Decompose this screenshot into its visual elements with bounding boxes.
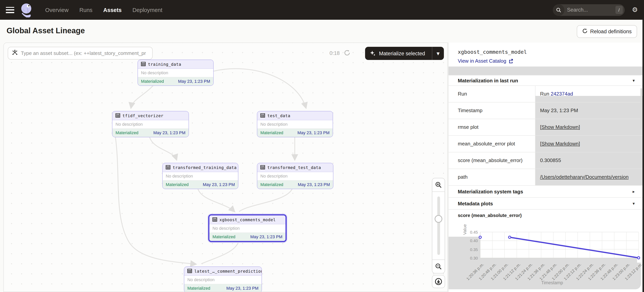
asset-detail-panel: xgboost_comments_model View in Asset Cat…: [448, 43, 642, 292]
asset-node-status: Materialized: [212, 234, 236, 239]
materialize-selected-button[interactable]: Materialize selected ▼: [365, 47, 444, 60]
table-icon: [260, 113, 265, 118]
asset-node-timestamp: May 23, 1:23 PM: [153, 130, 186, 135]
metadata-value-link[interactable]: /Users/odetteharary/Documents/version: [540, 174, 628, 180]
reload-definitions-button[interactable]: Reload definitions: [576, 25, 637, 38]
selection-highlight: [536, 96, 642, 102]
asset-node-name: xgboost_comments_model: [220, 217, 276, 222]
external-link-icon: [508, 58, 513, 63]
zoom-slider-handle[interactable]: [434, 215, 442, 223]
asset-subset-placeholder: Type an asset subset... (ex: ++latest_st…: [21, 50, 146, 56]
nav-tabs: OverviewRunsAssetsDeployment: [45, 7, 162, 13]
metadata-row-timestamp: TimestampMay 23, 1:23 PM: [448, 102, 642, 119]
asset-node-tfidf_vectorizer[interactable]: tfidf_vectorizerNo descriptionMaterializ…: [112, 111, 189, 137]
asset-node-transformed_test_data[interactable]: transformed_test_dataNo descriptionMater…: [257, 163, 334, 189]
asset-node-transformed_training_data[interactable]: transformed_training_dataNo descriptionM…: [162, 163, 238, 189]
asset-node-timestamp: May 23, 1:23 PM: [250, 234, 282, 239]
materialize-dropdown-caret[interactable]: ▼: [432, 51, 444, 56]
metadata-value: Run 242374ad: [536, 86, 642, 102]
section-materialization-last-run[interactable]: Materialization in last run ▾: [448, 75, 642, 86]
asset-node-name: transformed_training_data: [173, 165, 236, 170]
asset-node-name: training_data: [148, 62, 181, 67]
nav-tab-runs[interactable]: Runs: [80, 7, 92, 13]
zoom-slider[interactable]: [432, 191, 445, 260]
table-icon: [166, 165, 170, 170]
nav-tab-assets[interactable]: Assets: [103, 7, 122, 13]
asset-node-name: test_data: [267, 113, 290, 118]
asset-node-description: No description: [112, 120, 188, 129]
dagster-app: OverviewRunsAssetsDeployment Search... /…: [0, 0, 644, 292]
asset-subset-input[interactable]: Type an asset subset... (ex: ++latest_st…: [8, 47, 152, 60]
main-content: training_dataNo descriptionMaterializedM…: [0, 43, 644, 292]
y-tick-label: 0.40: [465, 238, 478, 243]
graph-refresh-icon[interactable]: [344, 50, 350, 58]
asset-node-description: No description: [138, 69, 213, 77]
nav-tab-deployment[interactable]: Deployment: [132, 7, 162, 13]
search-icon: [553, 4, 564, 16]
metadata-row-rmse-plot: rmse plot[Show Markdown]: [448, 119, 642, 135]
metadata-value-link[interactable]: [Show Markdown]: [540, 124, 580, 130]
graph-zoom-controls: [432, 178, 445, 273]
sparkle-icon: [370, 50, 376, 57]
page-title: Global Asset Lineage: [6, 26, 85, 35]
metadata-value-link[interactable]: [Show Markdown]: [540, 141, 580, 147]
section-metadata-plots[interactable]: Metadata plots ▾: [448, 197, 642, 209]
hamburger-menu-icon[interactable]: [6, 7, 14, 13]
asset-node-description: No description: [257, 172, 333, 181]
asset-node-status: Materialized: [141, 79, 164, 84]
metadata-key: Timestamp: [448, 103, 536, 119]
divider: [448, 209, 642, 210]
view-in-asset-catalog-link[interactable]: View in Asset Catalog: [458, 58, 513, 64]
metadata-row-mean-absolute-error-plot: mean_absolute_error plot[Show Markdown]: [448, 135, 642, 152]
asset-node-timestamp: May 23, 1:23 PM: [298, 130, 330, 135]
asset-node-xgboost_comments_model[interactable]: xgboost_comments_modelNo descriptionMate…: [208, 214, 287, 242]
asset-node-status: Materialized: [260, 130, 283, 135]
metadata-row-score-mean-absolute-error-: score (mean_absolute_error)0.300855: [448, 152, 642, 169]
zoom-slider-track[interactable]: [437, 196, 440, 255]
metadata-key: score (mean_absolute_error): [448, 152, 536, 169]
asset-node-training_data[interactable]: training_dataNo descriptionMaterializedM…: [138, 60, 214, 86]
asset-node-test_data[interactable]: test_dataNo descriptionMaterializedMay 2…: [257, 111, 333, 137]
settings-gear-icon[interactable]: ⚙: [632, 7, 638, 13]
asset-node-name: tfidf_vectorizer: [122, 113, 164, 118]
metadata-key: path: [448, 169, 536, 185]
nav-tab-overview[interactable]: Overview: [45, 7, 68, 13]
global-search[interactable]: Search... /: [553, 4, 625, 16]
asset-node-status: Materialized: [166, 182, 189, 187]
metadata-value: May 23, 1:23 PM: [536, 103, 642, 119]
lineage-graph-pane: training_dataNo descriptionMaterializedM…: [4, 43, 448, 292]
top-navbar: OverviewRunsAssetsDeployment Search... /…: [0, 0, 644, 20]
materialize-selected-label: Materialize selected: [379, 51, 425, 56]
asset-node-timestamp: May 23, 1:23 PM: [203, 182, 235, 187]
asset-node-status: Materialized: [116, 130, 138, 135]
reload-icon: [582, 28, 588, 35]
zoom-out-button[interactable]: [432, 260, 445, 273]
section-label: Materialization system tags: [458, 189, 523, 194]
asset-node-latest_comment_predictions[interactable]: latest_…_comment_predictionsNo descripti…: [184, 266, 262, 292]
table-icon: [116, 113, 120, 118]
panel-scrollbar-thumb[interactable]: [640, 88, 642, 129]
asset-node-timestamp: May 23, 1:23 PM: [226, 286, 258, 291]
asset-node-timestamp: May 23, 1:23 PM: [298, 182, 330, 187]
metadata-row-path: path/Users/odetteharary/Documents/versio…: [448, 169, 642, 185]
metadata-table: RunRun 242374adTimestampMay 23, 1:23 PMr…: [448, 86, 642, 185]
asset-node-description: No description: [257, 120, 332, 129]
score-line-chart: 0.450.400.350.301:20:36 p.m.1:20:48 p.m.…: [448, 218, 642, 292]
metadata-value: /Users/odetteharary/Documents/version: [536, 169, 642, 185]
selection-highlight-band: [448, 67, 642, 75]
refresh-timer: 0:18: [330, 50, 340, 56]
chevron-right-icon: ▸: [632, 189, 635, 194]
asset-node-name: latest_…_comment_predictions: [194, 269, 262, 273]
section-label: Materialization in last run: [458, 78, 518, 83]
chevron-down-icon: ▾: [632, 201, 635, 206]
chevron-down-icon: ▾: [632, 78, 635, 83]
metadata-key: rmse plot: [448, 119, 536, 135]
download-graph-button[interactable]: [432, 275, 445, 288]
section-materialization-system-tags[interactable]: Materialization system tags ▸: [448, 185, 642, 197]
asset-detail-title: xgboost_comments_model: [458, 49, 527, 55]
y-tick-label: 0.30: [465, 256, 478, 260]
zoom-in-button[interactable]: [432, 178, 445, 191]
asset-node-status: Materialized: [260, 182, 283, 187]
dagster-logo-icon[interactable]: [20, 3, 34, 17]
x-axis-title: Timestamp: [541, 280, 563, 285]
